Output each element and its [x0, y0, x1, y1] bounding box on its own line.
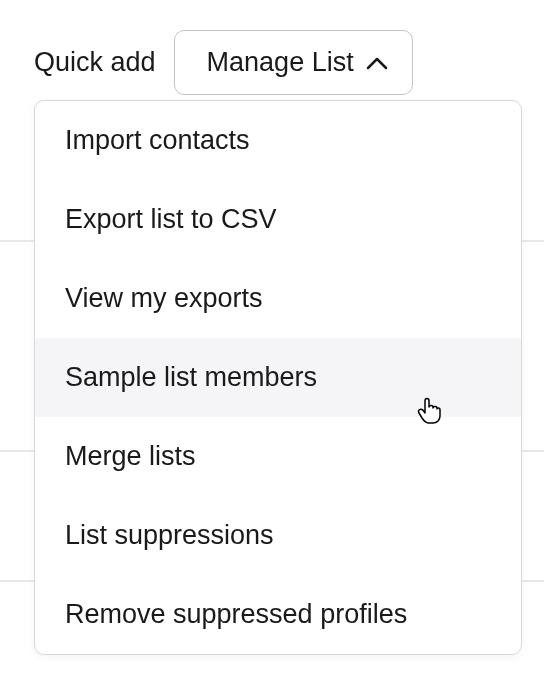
header-row: Quick add Manage List: [0, 0, 544, 95]
menu-item-remove-suppressed[interactable]: Remove suppressed profiles: [35, 575, 521, 654]
menu-item-list-suppressions[interactable]: List suppressions: [35, 496, 521, 575]
manage-list-button[interactable]: Manage List: [174, 30, 413, 95]
chevron-up-icon: [366, 52, 388, 74]
menu-item-merge-lists[interactable]: Merge lists: [35, 417, 521, 496]
menu-item-sample-members[interactable]: Sample list members: [35, 338, 521, 417]
manage-list-label: Manage List: [207, 47, 354, 78]
menu-item-import-contacts[interactable]: Import contacts: [35, 101, 521, 180]
manage-list-dropdown: Import contacts Export list to CSV View …: [34, 100, 522, 655]
menu-item-view-exports[interactable]: View my exports: [35, 259, 521, 338]
menu-item-export-csv[interactable]: Export list to CSV: [35, 180, 521, 259]
quick-add-button[interactable]: Quick add: [34, 47, 156, 78]
